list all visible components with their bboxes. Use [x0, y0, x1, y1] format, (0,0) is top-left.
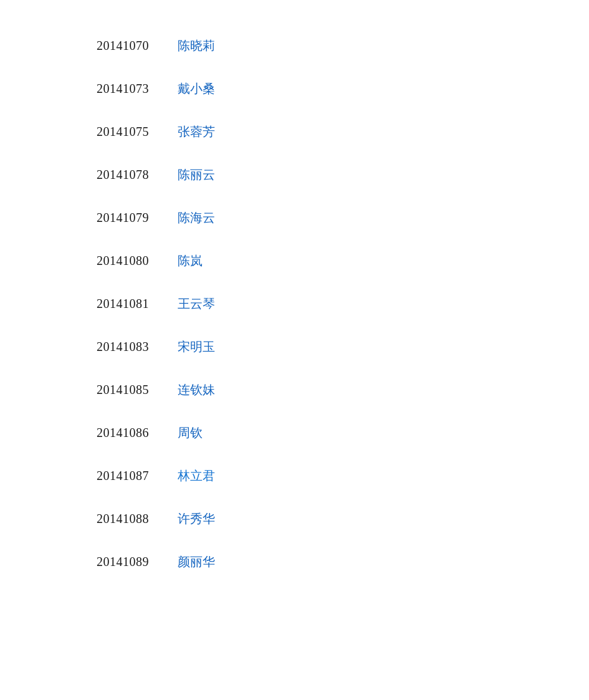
- record-name[interactable]: 王云琴: [178, 295, 215, 312]
- record-id: 20141073: [97, 82, 165, 96]
- record-name[interactable]: 陈岚: [178, 252, 203, 269]
- record-id: 20141079: [97, 211, 165, 225]
- record-name[interactable]: 陈晓莉: [178, 37, 215, 54]
- record-name[interactable]: 林立君: [178, 467, 215, 484]
- list-item: 20141070陈晓莉: [97, 37, 589, 54]
- record-name[interactable]: 戴小桑: [178, 80, 215, 97]
- record-id: 20141075: [97, 125, 165, 139]
- record-name[interactable]: 陈丽云: [178, 166, 215, 183]
- record-name[interactable]: 颜丽华: [178, 554, 215, 570]
- record-id: 20141089: [97, 555, 165, 569]
- record-name[interactable]: 张蓉芳: [178, 123, 215, 140]
- list-item: 20141085连钦妹: [97, 381, 589, 398]
- record-name[interactable]: 宋明玉: [178, 338, 215, 355]
- record-id: 20141087: [97, 469, 165, 483]
- record-id: 20141086: [97, 426, 165, 440]
- list-item: 20141079陈海云: [97, 209, 589, 226]
- list-item: 20141083宋明玉: [97, 338, 589, 355]
- list-item: 20141086周钦: [97, 424, 589, 441]
- record-name[interactable]: 陈海云: [178, 209, 215, 226]
- record-name[interactable]: 周钦: [178, 424, 203, 441]
- record-name[interactable]: 连钦妹: [178, 381, 215, 398]
- list-item: 20141078陈丽云: [97, 166, 589, 183]
- list-item: 20141087林立君: [97, 467, 589, 484]
- record-id: 20141081: [97, 297, 165, 311]
- list-item: 20141081王云琴: [97, 295, 589, 312]
- record-id: 20141080: [97, 254, 165, 268]
- list-item: 20141088许秀华: [97, 511, 589, 527]
- record-id: 20141088: [97, 512, 165, 526]
- list-item: 20141073戴小桑: [97, 80, 589, 97]
- record-id: 20141083: [97, 340, 165, 354]
- list-item: 20141089颜丽华: [97, 554, 589, 570]
- record-id: 20141085: [97, 383, 165, 397]
- record-id: 20141070: [97, 39, 165, 53]
- record-name[interactable]: 许秀华: [178, 511, 215, 527]
- list-item: 20141080陈岚: [97, 252, 589, 269]
- record-id: 20141078: [97, 168, 165, 182]
- list-item: 20141075张蓉芳: [97, 123, 589, 140]
- records-list: 20141070陈晓莉20141073戴小桑20141075张蓉芳2014107…: [0, 0, 589, 634]
